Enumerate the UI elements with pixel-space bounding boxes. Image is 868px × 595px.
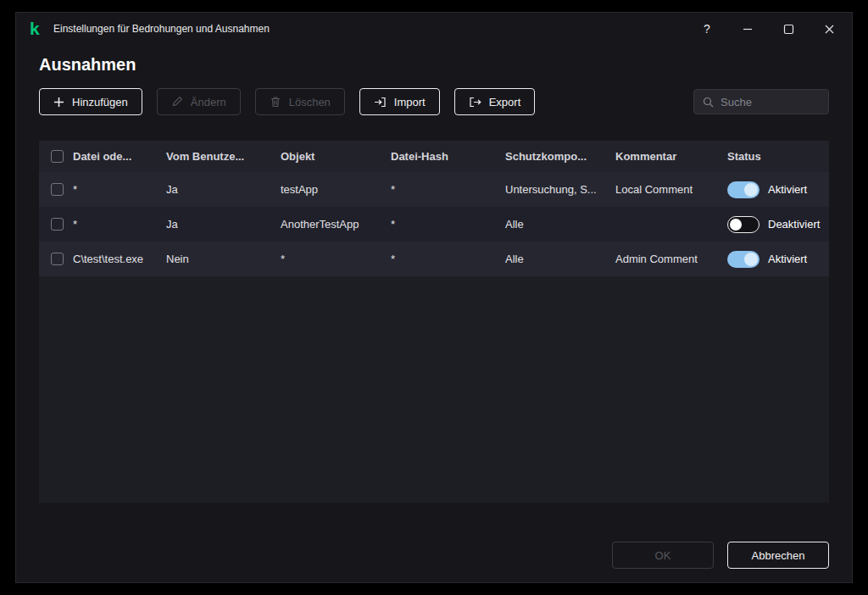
header-checkbox-cell (39, 150, 73, 163)
window-title: Einstellungen für Bedrohungen und Ausnah… (53, 23, 270, 35)
cell-comment: Local Comment (607, 183, 719, 196)
dialog-footer: OK Abbrechen (39, 542, 829, 569)
cell-status: Aktiviert (719, 181, 829, 198)
trash-icon (270, 96, 281, 108)
content-area: Ausnahmen Hinzufügen Ändern Löschen Impo… (16, 55, 852, 569)
cell-added-by-user: Nein (158, 253, 272, 265)
search-box[interactable] (693, 89, 829, 114)
cell-file: * (73, 183, 158, 196)
row-checkbox[interactable] (51, 218, 64, 231)
close-icon (824, 24, 835, 35)
cell-status: Aktiviert (719, 251, 829, 268)
header-object[interactable]: Objekt (272, 150, 382, 163)
cell-file-hash: * (382, 253, 497, 265)
status-toggle[interactable] (727, 251, 760, 268)
pencil-icon (171, 96, 183, 108)
cell-protection-component: Untersuchung, S... (497, 183, 607, 196)
import-icon (374, 96, 387, 108)
search-input[interactable] (721, 96, 820, 108)
cell-object: AnotherTestApp (272, 218, 382, 231)
cell-added-by-user: Ja (158, 218, 272, 231)
cell-file-hash: * (382, 183, 497, 196)
header-status[interactable]: Status (719, 150, 829, 163)
cell-file-hash: * (382, 218, 497, 231)
cell-protection-component: Alle (497, 218, 607, 231)
help-button[interactable]: ? (698, 19, 716, 38)
toolbar: Hinzufügen Ändern Löschen Import Export (39, 88, 829, 115)
status-toggle[interactable] (727, 216, 760, 233)
search-icon (703, 97, 714, 108)
select-all-checkbox[interactable] (51, 150, 64, 163)
header-file-hash[interactable]: Datei-Hash (382, 150, 497, 163)
minimize-icon (742, 23, 754, 35)
table-row[interactable]: * Ja AnotherTestApp * Alle Deaktiviert (39, 207, 829, 242)
header-file[interactable]: Datei ode... (73, 150, 158, 163)
table-row[interactable]: * Ja testApp * Untersuchung, S... Local … (39, 172, 829, 207)
import-button-label: Import (394, 96, 426, 108)
export-icon (469, 96, 481, 108)
status-label: Aktiviert (768, 183, 807, 196)
page-title: Ausnahmen (39, 55, 829, 75)
ok-button[interactable]: OK (612, 542, 714, 569)
app-window: k Einstellungen für Bedrohungen und Ausn… (15, 12, 853, 583)
table-row[interactable]: C\test\test.exe Nein * * Alle Admin Comm… (39, 242, 829, 276)
cell-status: Deaktiviert (719, 216, 829, 233)
add-button[interactable]: Hinzufügen (39, 88, 142, 115)
maximize-icon (783, 24, 794, 35)
close-button[interactable] (820, 19, 838, 38)
cell-file: C\test\test.exe (73, 253, 158, 265)
edit-button[interactable]: Ändern (157, 88, 241, 115)
cancel-button[interactable]: Abbrechen (727, 542, 829, 569)
export-button-label: Export (489, 96, 521, 108)
cell-comment: Admin Comment (607, 253, 719, 265)
export-button[interactable]: Export (454, 88, 536, 115)
row-checkbox-cell (39, 218, 73, 231)
header-added-by-user[interactable]: Vom Benutze... (158, 150, 272, 163)
cell-protection-component: Alle (497, 253, 607, 265)
row-checkbox[interactable] (51, 253, 64, 265)
status-toggle[interactable] (727, 181, 760, 198)
status-label: Aktiviert (768, 253, 807, 265)
add-button-label: Hinzufügen (72, 96, 128, 108)
table-header-row: Datei ode... Vom Benutze... Objekt Datei… (39, 141, 829, 172)
delete-button[interactable]: Löschen (255, 88, 345, 115)
titlebar: k Einstellungen für Bedrohungen und Ausn… (16, 13, 852, 45)
kaspersky-logo-icon: k (30, 21, 47, 36)
exceptions-table: Datei ode... Vom Benutze... Objekt Datei… (39, 141, 829, 503)
cell-object: * (272, 253, 382, 265)
header-protection-component[interactable]: Schutzkompo... (497, 150, 607, 163)
row-checkbox[interactable] (51, 183, 64, 196)
maximize-button[interactable] (779, 19, 798, 38)
delete-button-label: Löschen (289, 96, 331, 108)
window-controls: ? (698, 19, 838, 38)
row-checkbox-cell (39, 253, 73, 265)
import-button[interactable]: Import (359, 88, 440, 115)
minimize-button[interactable] (738, 19, 757, 38)
edit-button-label: Ändern (191, 96, 226, 108)
row-checkbox-cell (39, 183, 73, 196)
status-label: Deaktiviert (768, 218, 820, 231)
cell-added-by-user: Ja (158, 183, 272, 196)
cell-file: * (73, 218, 158, 231)
header-comment[interactable]: Kommentar (607, 150, 719, 163)
plus-icon (53, 97, 64, 108)
cell-object: testApp (272, 183, 382, 196)
